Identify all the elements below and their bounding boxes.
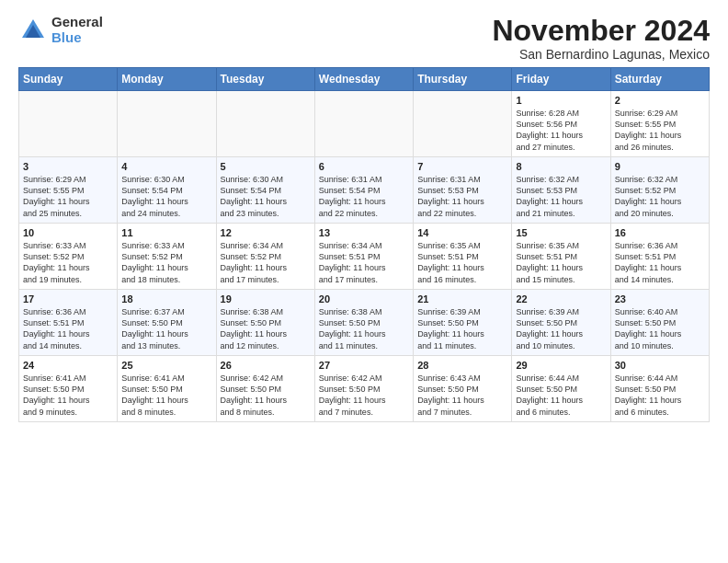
calendar-week-1: 3Sunrise: 6:29 AM Sunset: 5:55 PM Daylig… — [19, 157, 710, 224]
day-info: Sunrise: 6:31 AM Sunset: 5:54 PM Dayligh… — [319, 174, 409, 219]
calendar-week-4: 24Sunrise: 6:41 AM Sunset: 5:50 PM Dayli… — [19, 356, 710, 422]
day-info: Sunrise: 6:44 AM Sunset: 5:50 PM Dayligh… — [516, 373, 606, 418]
day-info: Sunrise: 6:44 AM Sunset: 5:50 PM Dayligh… — [615, 373, 705, 418]
calendar-cell: 19Sunrise: 6:38 AM Sunset: 5:50 PM Dayli… — [216, 290, 314, 356]
day-info: Sunrise: 6:28 AM Sunset: 5:56 PM Dayligh… — [516, 108, 606, 153]
calendar-cell — [314, 91, 413, 157]
day-info: Sunrise: 6:32 AM Sunset: 5:52 PM Dayligh… — [615, 174, 705, 219]
day-info: Sunrise: 6:36 AM Sunset: 5:51 PM Dayligh… — [615, 240, 705, 285]
calendar-cell: 11Sunrise: 6:33 AM Sunset: 5:52 PM Dayli… — [118, 224, 216, 290]
calendar-cell: 1Sunrise: 6:28 AM Sunset: 5:56 PM Daylig… — [512, 91, 610, 157]
calendar-cell: 23Sunrise: 6:40 AM Sunset: 5:50 PM Dayli… — [610, 290, 709, 356]
day-number: 17 — [23, 293, 113, 304]
calendar-cell: 4Sunrise: 6:30 AM Sunset: 5:54 PM Daylig… — [118, 157, 216, 224]
header-thursday: Thursday — [414, 68, 512, 91]
day-number: 3 — [23, 161, 113, 172]
day-number: 13 — [319, 227, 409, 238]
header-wednesday: Wednesday — [314, 68, 413, 91]
day-info: Sunrise: 6:30 AM Sunset: 5:54 PM Dayligh… — [221, 174, 311, 219]
day-number: 23 — [615, 293, 705, 304]
day-info: Sunrise: 6:34 AM Sunset: 5:52 PM Dayligh… — [221, 240, 311, 285]
calendar-week-2: 10Sunrise: 6:33 AM Sunset: 5:52 PM Dayli… — [19, 224, 710, 290]
day-number: 4 — [121, 161, 211, 172]
calendar-cell: 27Sunrise: 6:42 AM Sunset: 5:50 PM Dayli… — [314, 356, 413, 422]
calendar-cell: 3Sunrise: 6:29 AM Sunset: 5:55 PM Daylig… — [19, 157, 118, 224]
calendar-cell: 14Sunrise: 6:35 AM Sunset: 5:51 PM Dayli… — [414, 224, 512, 290]
calendar-cell: 17Sunrise: 6:36 AM Sunset: 5:51 PM Dayli… — [19, 290, 118, 356]
day-number: 26 — [221, 360, 311, 371]
calendar-cell: 15Sunrise: 6:35 AM Sunset: 5:51 PM Dayli… — [512, 224, 610, 290]
calendar-cell: 22Sunrise: 6:39 AM Sunset: 5:50 PM Dayli… — [512, 290, 610, 356]
header-row-days: Sunday Monday Tuesday Wednesday Thursday… — [19, 68, 710, 91]
calendar-cell: 24Sunrise: 6:41 AM Sunset: 5:50 PM Dayli… — [19, 356, 118, 422]
day-info: Sunrise: 6:38 AM Sunset: 5:50 PM Dayligh… — [221, 306, 311, 351]
day-info: Sunrise: 6:29 AM Sunset: 5:55 PM Dayligh… — [615, 108, 705, 153]
day-number: 30 — [615, 360, 705, 371]
day-info: Sunrise: 6:39 AM Sunset: 5:50 PM Dayligh… — [516, 306, 606, 351]
day-number: 24 — [23, 360, 113, 371]
header-monday: Monday — [118, 68, 216, 91]
calendar-cell: 8Sunrise: 6:32 AM Sunset: 5:53 PM Daylig… — [512, 157, 610, 224]
day-number: 29 — [516, 360, 606, 371]
day-number: 8 — [516, 161, 606, 172]
day-number: 5 — [221, 161, 311, 172]
day-info: Sunrise: 6:43 AM Sunset: 5:50 PM Dayligh… — [417, 373, 507, 418]
day-number: 28 — [417, 360, 507, 371]
day-info: Sunrise: 6:41 AM Sunset: 5:50 PM Dayligh… — [121, 373, 211, 418]
day-info: Sunrise: 6:40 AM Sunset: 5:50 PM Dayligh… — [615, 306, 705, 351]
calendar-cell: 6Sunrise: 6:31 AM Sunset: 5:54 PM Daylig… — [314, 157, 413, 224]
logo-blue-text: Blue — [51, 30, 103, 46]
calendar-cell: 30Sunrise: 6:44 AM Sunset: 5:50 PM Dayli… — [610, 356, 709, 422]
day-info: Sunrise: 6:29 AM Sunset: 5:55 PM Dayligh… — [23, 174, 113, 219]
title-section: November 2024 San Bernardino Lagunas, Me… — [492, 15, 710, 62]
calendar-header: Sunday Monday Tuesday Wednesday Thursday… — [19, 68, 710, 91]
day-number: 20 — [319, 293, 409, 304]
day-number: 22 — [516, 293, 606, 304]
calendar-cell: 16Sunrise: 6:36 AM Sunset: 5:51 PM Dayli… — [610, 224, 709, 290]
day-number: 1 — [516, 95, 606, 106]
calendar-cell: 2Sunrise: 6:29 AM Sunset: 5:55 PM Daylig… — [610, 91, 709, 157]
header-friday: Friday — [512, 68, 610, 91]
header-saturday: Saturday — [610, 68, 709, 91]
day-number: 10 — [23, 227, 113, 238]
day-number: 14 — [417, 227, 507, 238]
calendar-cell: 13Sunrise: 6:34 AM Sunset: 5:51 PM Dayli… — [314, 224, 413, 290]
logo-text: General Blue — [51, 15, 103, 45]
day-info: Sunrise: 6:32 AM Sunset: 5:53 PM Dayligh… — [516, 174, 606, 219]
day-info: Sunrise: 6:33 AM Sunset: 5:52 PM Dayligh… — [121, 240, 211, 285]
calendar-cell: 10Sunrise: 6:33 AM Sunset: 5:52 PM Dayli… — [19, 224, 118, 290]
calendar-cell — [216, 91, 314, 157]
calendar-cell: 12Sunrise: 6:34 AM Sunset: 5:52 PM Dayli… — [216, 224, 314, 290]
calendar-table: Sunday Monday Tuesday Wednesday Thursday… — [18, 67, 710, 422]
calendar-cell: 29Sunrise: 6:44 AM Sunset: 5:50 PM Dayli… — [512, 356, 610, 422]
logo: General Blue — [18, 15, 103, 45]
day-info: Sunrise: 6:41 AM Sunset: 5:50 PM Dayligh… — [23, 373, 113, 418]
day-info: Sunrise: 6:42 AM Sunset: 5:50 PM Dayligh… — [319, 373, 409, 418]
day-info: Sunrise: 6:31 AM Sunset: 5:53 PM Dayligh… — [417, 174, 507, 219]
calendar-week-3: 17Sunrise: 6:36 AM Sunset: 5:51 PM Dayli… — [19, 290, 710, 356]
day-number: 16 — [615, 227, 705, 238]
day-info: Sunrise: 6:35 AM Sunset: 5:51 PM Dayligh… — [516, 240, 606, 285]
header-tuesday: Tuesday — [216, 68, 314, 91]
location-subtitle: San Bernardino Lagunas, Mexico — [492, 47, 710, 62]
day-number: 15 — [516, 227, 606, 238]
day-number: 27 — [319, 360, 409, 371]
day-number: 12 — [221, 227, 311, 238]
calendar-cell: 18Sunrise: 6:37 AM Sunset: 5:50 PM Dayli… — [118, 290, 216, 356]
day-number: 19 — [221, 293, 311, 304]
calendar-cell: 9Sunrise: 6:32 AM Sunset: 5:52 PM Daylig… — [610, 157, 709, 224]
calendar-cell: 21Sunrise: 6:39 AM Sunset: 5:50 PM Dayli… — [414, 290, 512, 356]
calendar-body: 1Sunrise: 6:28 AM Sunset: 5:56 PM Daylig… — [19, 91, 710, 422]
day-number: 21 — [417, 293, 507, 304]
calendar-cell — [118, 91, 216, 157]
header-sunday: Sunday — [19, 68, 118, 91]
logo-icon — [18, 16, 48, 45]
calendar-week-0: 1Sunrise: 6:28 AM Sunset: 5:56 PM Daylig… — [19, 91, 710, 157]
calendar-cell: 7Sunrise: 6:31 AM Sunset: 5:53 PM Daylig… — [414, 157, 512, 224]
calendar-cell: 25Sunrise: 6:41 AM Sunset: 5:50 PM Dayli… — [118, 356, 216, 422]
day-number: 7 — [417, 161, 507, 172]
calendar-cell: 20Sunrise: 6:38 AM Sunset: 5:50 PM Dayli… — [314, 290, 413, 356]
logo-general-text: General — [51, 15, 103, 30]
calendar-cell — [19, 91, 118, 157]
day-info: Sunrise: 6:30 AM Sunset: 5:54 PM Dayligh… — [121, 174, 211, 219]
